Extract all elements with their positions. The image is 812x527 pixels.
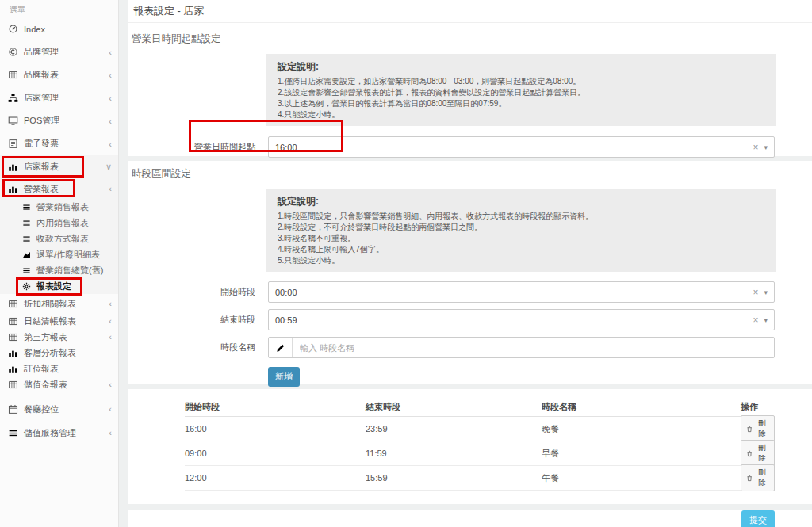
chevron-left-icon: ‹	[109, 139, 112, 149]
period-section-title: 時段區間設定	[132, 167, 812, 181]
start-period-label: 開始時段	[128, 286, 255, 298]
sidebar-item-report-settings[interactable]: 報表設定	[0, 278, 118, 294]
sidebar-item-label: 收款方式報表	[36, 233, 89, 245]
trash-icon	[746, 426, 753, 433]
list-icon	[22, 266, 31, 275]
sidebar-item-restaurant-seating[interactable]: 餐廳控位 ‹	[0, 397, 118, 421]
chart-bar-icon	[8, 162, 18, 172]
sidebar-item-label: 儲值金報表	[24, 379, 67, 391]
sidebar-item-label: 折扣相關報表	[24, 298, 76, 310]
sidebar-item-label: 日結清帳報表	[24, 315, 76, 327]
sidebar-item-stored-value-report[interactable]: 儲值金報表 ‹	[0, 376, 118, 392]
sidebar-item-einvoice[interactable]: 電子發票 ‹	[0, 132, 118, 155]
help-line: 4.時段名稱上限可輸入7個字。	[278, 244, 764, 255]
chevron-left-icon: ‹	[109, 94, 112, 103]
selected-value: 16:00	[275, 143, 753, 152]
sidebar-item-store-mgmt[interactable]: 店家管理 ‹	[0, 86, 118, 109]
sidebar-item-dinein-sales-report[interactable]: 內用銷售報表	[0, 215, 118, 231]
cell-start: 12:00	[185, 473, 366, 483]
copyright-icon	[8, 47, 18, 57]
pencil-icon	[269, 338, 293, 357]
sidebar-item-discount-report[interactable]: 折扣相關報表 ‹	[0, 294, 118, 313]
caret-down-icon[interactable]: ▾	[764, 288, 768, 296]
help-line: 3.以上述為例，營業日的報表計算為當日的08:00至隔日的07:59。	[278, 98, 764, 109]
sidebar-item-store-report[interactable]: 店家報表 ∨	[0, 155, 118, 178]
sidebar-item-label: 儲值服務管理	[24, 427, 76, 439]
sidebar-item-daily-closing-report[interactable]: 日結清帳報表 ‹	[0, 313, 118, 329]
sidebar-item-brand-report[interactable]: 品牌報表 ‹	[0, 63, 118, 86]
sidebar-item-label: 電子發票	[24, 138, 59, 150]
add-button[interactable]: 新增	[268, 367, 300, 387]
sidebar-item-sales-overview-old[interactable]: 營業銷售總覽(舊)	[0, 262, 118, 278]
clear-icon[interactable]: ×	[753, 315, 758, 326]
sidebar-item-pos-mgmt[interactable]: POS管理 ‹	[0, 109, 118, 132]
delete-label: 刪除	[755, 418, 769, 439]
sidebar-item-label: 客層分析報表	[24, 347, 76, 359]
dashboard-icon	[8, 24, 18, 34]
delete-label: 刪除	[755, 468, 769, 488]
desktop-icon	[8, 116, 18, 126]
sidebar-item-stored-value-service-mgmt[interactable]: 儲值服務管理 ‹	[0, 421, 118, 445]
sidebar-item-customer-analysis-report[interactable]: 客層分析報表	[0, 345, 118, 361]
sidebar-item-index[interactable]: Index	[0, 17, 118, 40]
list-icon	[22, 219, 31, 227]
delete-button[interactable]: 刪除	[741, 440, 775, 467]
sidebar-item-label: 營業銷售報表	[36, 201, 89, 213]
sidebar-item-label: 店家報表	[24, 161, 59, 173]
chart-bar-icon	[8, 348, 18, 358]
help-line: 4.只能設定小時。	[278, 109, 764, 120]
cell-start: 16:00	[185, 424, 366, 433]
help-line: 5.只能設定小時。	[278, 255, 764, 266]
delete-button[interactable]: 刪除	[741, 464, 775, 491]
chevron-left-icon: ‹	[109, 184, 112, 193]
submit-button[interactable]: 提交	[741, 510, 775, 527]
cell-name: 晚餐	[542, 423, 741, 435]
start-period-select[interactable]: 00:00 × ▾	[268, 281, 775, 303]
sitemap-icon	[8, 93, 18, 103]
cell-start: 09:00	[185, 449, 366, 458]
table-icon	[8, 332, 18, 342]
chevron-left-icon: ‹	[109, 316, 112, 326]
table-icon	[8, 380, 18, 390]
calendar-icon	[8, 404, 18, 414]
sidebar-item-reservation-report[interactable]: 訂位報表	[0, 361, 118, 376]
help-line: 2.時段設定，不可介於營業日時段起點的兩個營業日之間。	[278, 222, 764, 233]
cell-name: 早餐	[542, 448, 741, 460]
business-day-start-select[interactable]: 16:00 × ▾	[268, 136, 775, 158]
sidebar-item-business-sales-report[interactable]: 營業銷售報表	[0, 199, 118, 215]
list-icon	[22, 235, 31, 243]
chevron-left-icon: ‹	[109, 48, 112, 57]
sidebar-item-label: 內用銷售報表	[36, 217, 89, 229]
chevron-left-icon: ‹	[109, 404, 112, 414]
period-help-box: 設定說明: 1.時段區間設定，只會影響營業銷售明細、內用報表、收款方式報表的時段…	[266, 189, 776, 272]
end-period-select[interactable]: 00:59 × ▾	[268, 309, 775, 330]
sidebar-item-brand-mgmt[interactable]: 品牌管理 ‹	[0, 40, 118, 63]
help-line: 1.僅跨日店家需要設定，如店家營業時間為08:00 - 03:00，則營業日起點…	[278, 76, 764, 87]
sidebar: 選單 Index 品牌管理 ‹ 品牌報表 ‹ 店家管理 ‹ POS管理 ‹ 電子…	[0, 0, 119, 527]
trash-icon	[746, 450, 753, 457]
help-line: 2.該設定會影響全部營業報表的計算，報表的資料會變以設定的營業日起點計算營業日。	[278, 87, 764, 98]
list-icon	[22, 203, 31, 212]
caret-down-icon[interactable]: ▾	[764, 143, 768, 151]
chevron-left-icon: ‹	[109, 332, 112, 342]
period-name-input[interactable]	[293, 338, 774, 357]
col-header-end: 結束時段	[366, 401, 542, 413]
selected-value: 00:00	[275, 288, 753, 297]
sidebar-item-label: 報表設定	[36, 281, 71, 292]
end-period-label: 結束時段	[128, 314, 255, 326]
trash-icon	[746, 475, 753, 482]
sidebar-item-refund-void-report[interactable]: 退單/作廢明細表	[0, 246, 118, 262]
sidebar-item-payment-method-report[interactable]: 收款方式報表	[0, 231, 118, 246]
sidebar-item-thirdparty-report[interactable]: 第三方報表 ‹	[0, 329, 118, 345]
business-day-panel: 報表設定 - 店家 營業日時間起點設定 設定說明: 1.僅跨日店家需要設定，如店…	[128, 0, 812, 156]
sidebar-item-business-report[interactable]: 營業報表 ‹	[0, 178, 118, 199]
delete-button[interactable]: 刪除	[741, 415, 775, 442]
clear-icon[interactable]: ×	[753, 142, 758, 153]
table-icon	[8, 299, 18, 309]
col-header-actions: 操作	[741, 401, 775, 413]
chart-area-icon	[22, 250, 31, 259]
chevron-left-icon: ‹	[109, 380, 112, 389]
caret-down-icon[interactable]: ▾	[764, 316, 768, 324]
sidebar-item-label: 餐廳控位	[24, 403, 59, 415]
clear-icon[interactable]: ×	[753, 287, 758, 298]
